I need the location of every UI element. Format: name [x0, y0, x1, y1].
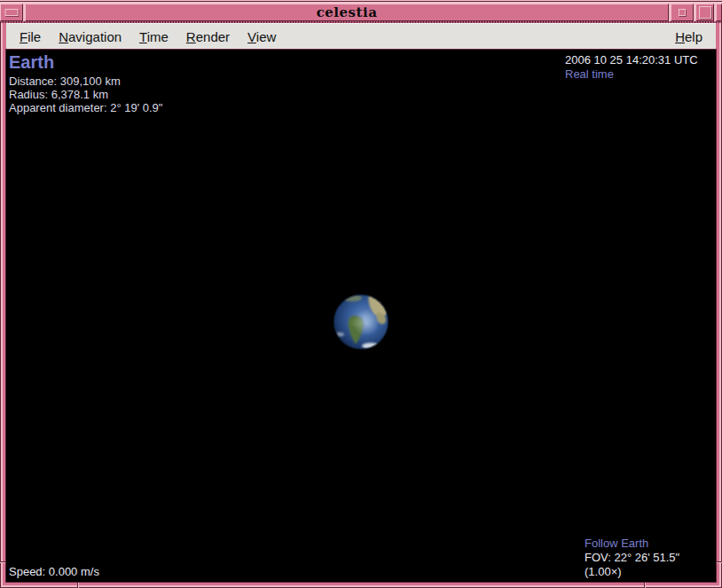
- speed-readout: Speed: 0.000 m/s: [9, 565, 99, 578]
- window-title: celestia: [317, 4, 378, 20]
- menu-file[interactable]: File: [11, 27, 50, 47]
- specular-highlight: [353, 310, 380, 336]
- window-menu-dash-icon[interactable]: [5, 9, 19, 16]
- menu-render[interactable]: Render: [177, 27, 239, 47]
- datetime-utc: 2006 10 25 14:20:31 UTC: [565, 53, 698, 67]
- menu-time[interactable]: Time: [130, 27, 177, 47]
- menu-help[interactable]: Help: [666, 27, 711, 47]
- selection-radius: Radius: 6,378.1 km: [9, 88, 162, 101]
- menu-navigation[interactable]: Navigation: [50, 27, 130, 47]
- menu-view[interactable]: View: [239, 27, 285, 47]
- selection-apparent-diameter: Apparent diameter: 2° 19' 0.9": [9, 101, 162, 114]
- flight-status: Follow Earth FOV: 22° 26' 51.5" (1.00×): [585, 537, 716, 579]
- selection-name: Earth: [9, 52, 162, 73]
- iconify-button[interactable]: [671, 4, 694, 21]
- resize-handle-topright[interactable]: [716, 4, 722, 21]
- resize-handle-topleft[interactable]: [0, 4, 23, 21]
- space-viewport[interactable]: Earth Distance: 309,100 km Radius: 6,378…: [6, 50, 716, 582]
- maximize-square-icon: [699, 6, 711, 19]
- selection-info: Earth Distance: 309,100 km Radius: 6,378…: [9, 52, 162, 114]
- selection-distance: Distance: 309,100 km: [9, 74, 162, 88]
- iconify-square-icon: [679, 9, 686, 16]
- earth-globe[interactable]: [326, 287, 396, 358]
- resize-handle-bottomleft[interactable]: [77, 582, 78, 588]
- menu-bar: File Navigation Time Render View Help: [6, 23, 716, 50]
- follow-mode: Follow Earth: [585, 537, 716, 551]
- resize-handle-left-corner[interactable]: [0, 561, 6, 562]
- fov-readout: FOV: 22° 26' 51.5" (1.00×): [585, 551, 716, 579]
- time-info: 2006 10 25 14:20:31 UTC Real time: [565, 53, 698, 82]
- resize-handle-right-corner[interactable]: [716, 561, 722, 562]
- celestia-window: celestia File Navigation Time Render Vie…: [0, 0, 722, 588]
- maximize-button[interactable]: [695, 4, 714, 21]
- resize-handle-bottomright[interactable]: [644, 582, 645, 588]
- time-mode: Real time: [565, 67, 698, 82]
- title-bar[interactable]: celestia: [0, 0, 722, 21]
- title-bar-drag-area[interactable]: celestia: [25, 4, 669, 21]
